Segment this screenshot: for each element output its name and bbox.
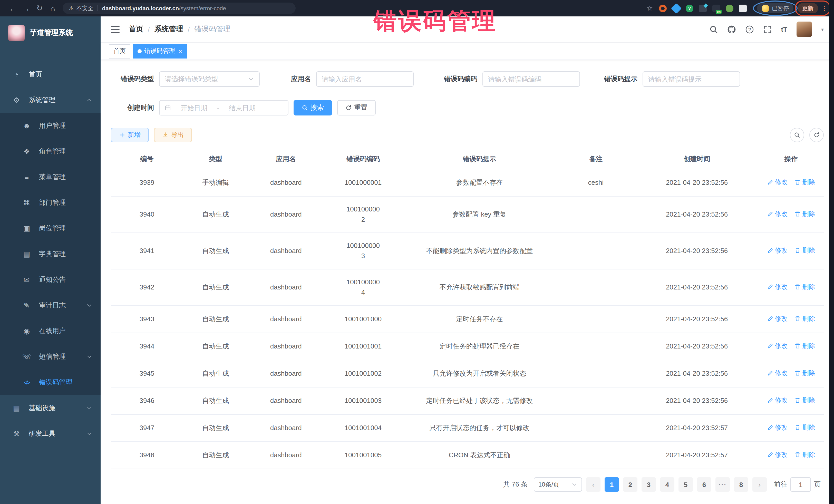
table-row: 3948 自动生成 dashboard 1001001005 CRON 表达式不…: [111, 442, 824, 469]
delete-link[interactable]: 删除: [794, 422, 815, 433]
fullscreen-icon[interactable]: [763, 25, 772, 34]
page-button[interactable]: 4: [660, 477, 674, 492]
page-size-select[interactable]: 10条/页: [534, 477, 582, 492]
user-avatar[interactable]: [796, 22, 812, 37]
profile-paused-chip[interactable]: 已暂停: [757, 3, 793, 13]
browser-menu-dots-icon[interactable]: ⋮: [821, 4, 828, 12]
reload-icon[interactable]: ↻: [33, 4, 46, 13]
delete-link[interactable]: 删除: [794, 313, 815, 324]
sidebar-item-error-code[interactable]: </> 错误码管理: [0, 370, 101, 395]
page-button[interactable]: 6: [697, 477, 711, 492]
error-code-input[interactable]: [483, 72, 579, 86]
dark-grid-extension-icon[interactable]: [699, 4, 707, 12]
sidebar-item-audit-log[interactable]: ✎ 审计日志: [0, 292, 101, 318]
end-date-input[interactable]: [220, 101, 264, 115]
sidebar-item-devtools[interactable]: ⚒ 研发工具: [0, 421, 101, 446]
delete-link[interactable]: 删除: [794, 177, 815, 187]
page-button[interactable]: 5: [679, 477, 693, 492]
page-button[interactable]: 3: [641, 477, 656, 492]
edit-icon: [767, 284, 773, 290]
github-icon[interactable]: [727, 25, 736, 34]
sidebar-item-user[interactable]: ☻ 用户管理: [0, 113, 101, 138]
error-type-select[interactable]: 请选择错误码类型: [159, 71, 260, 87]
edit-link[interactable]: 修改: [767, 395, 788, 406]
avatar-dropdown-caret-icon[interactable]: ▾: [821, 26, 824, 32]
address-bar[interactable]: ⚠ 不安全 dashboard.yudao.iocoder.cn/system/…: [63, 3, 295, 14]
green-key-extension-icon[interactable]: [726, 4, 733, 12]
search-button[interactable]: 搜索: [293, 100, 332, 115]
more-pages-icon[interactable]: ···: [716, 477, 730, 492]
home-icon[interactable]: ⌂: [46, 4, 60, 13]
cell-app: dashboard: [248, 269, 324, 306]
edit-link[interactable]: 修改: [767, 177, 788, 187]
table-row: 3947 自动生成 dashboard 1001001004 只有开启状态的任务…: [111, 414, 824, 442]
update-chip[interactable]: 更新: [797, 3, 818, 13]
blue-gem-extension-icon[interactable]: [671, 3, 682, 14]
edit-link[interactable]: 修改: [767, 422, 788, 433]
edit-link[interactable]: 修改: [767, 209, 788, 219]
font-size-icon[interactable]: tT: [781, 25, 787, 33]
edit-link[interactable]: 修改: [767, 368, 788, 378]
help-icon[interactable]: [745, 25, 754, 34]
sidebar-item-dict[interactable]: ▤ 字典管理: [0, 241, 101, 267]
ubuntu-ring-extension-icon[interactable]: [659, 4, 667, 12]
sidebar-item-notice[interactable]: ✉ 通知公告: [0, 267, 101, 292]
page-scrollbar[interactable]: [829, 0, 834, 504]
delete-link[interactable]: 删除: [794, 209, 815, 219]
breadcrumb-item[interactable]: 首页: [129, 25, 143, 34]
list-on-extension-icon[interactable]: on: [712, 4, 720, 12]
toggle-search-button[interactable]: [790, 128, 804, 142]
prev-page-button[interactable]: ‹: [586, 477, 600, 492]
delete-link[interactable]: 删除: [794, 450, 815, 460]
sidebar-item-role[interactable]: ❖ 角色管理: [0, 138, 101, 164]
green-v-extension-icon[interactable]: V: [686, 4, 694, 12]
delete-link[interactable]: 删除: [794, 395, 815, 406]
edit-link[interactable]: 修改: [767, 341, 788, 351]
edit-link[interactable]: 修改: [767, 245, 788, 256]
sidebar-item-system[interactable]: ⚙ 系统管理: [0, 87, 101, 113]
delete-link[interactable]: 删除: [794, 282, 815, 292]
cell-message: 参数配置 key 重复: [403, 196, 556, 233]
refresh-table-button[interactable]: [809, 128, 824, 142]
add-button[interactable]: 新增: [111, 128, 149, 142]
app-logo-row[interactable]: 芋道管理系统: [0, 17, 101, 49]
page-button[interactable]: 2: [623, 477, 637, 492]
search-icon[interactable]: [709, 25, 718, 34]
edit-link[interactable]: 修改: [767, 282, 788, 292]
forward-icon[interactable]: →: [20, 4, 33, 13]
back-icon[interactable]: ←: [6, 4, 20, 13]
bookmark-star-icon[interactable]: ☆: [646, 4, 653, 12]
sidebar-item-infra[interactable]: ▦ 基础设施: [0, 395, 101, 421]
sidebar-item-online-user[interactable]: ◉ 在线用户: [0, 318, 101, 344]
goto-page-input[interactable]: [790, 477, 811, 492]
date-range-picker[interactable]: -: [159, 100, 288, 115]
sidebar-item-dept[interactable]: ⌘ 部门管理: [0, 190, 101, 216]
sidebar-item-post[interactable]: ▣ 岗位管理: [0, 216, 101, 241]
screenshot-root: ← → ↻ ⌂ ⚠ 不安全 dashboard.yudao.iocoder.cn…: [0, 0, 834, 504]
error-hint-input[interactable]: [643, 72, 740, 86]
delete-link[interactable]: 删除: [794, 245, 815, 256]
chevron-icon: [86, 431, 92, 437]
next-page-button[interactable]: ›: [752, 477, 767, 492]
breadcrumb-item[interactable]: 系统管理: [154, 25, 183, 34]
delete-link[interactable]: 删除: [794, 341, 815, 351]
sidebar-item-menu[interactable]: ≡ 菜单管理: [0, 164, 101, 190]
edit-link[interactable]: 修改: [767, 313, 788, 324]
total-count: 共 76 条: [503, 480, 528, 489]
page-button[interactable]: 8: [734, 477, 748, 492]
app-name-input[interactable]: [317, 72, 413, 86]
export-button[interactable]: 导出: [154, 128, 192, 142]
edit-link[interactable]: 修改: [767, 450, 788, 460]
sidebar-item-home[interactable]: ◔ 首页: [0, 62, 101, 87]
puzzle-extension-icon[interactable]: [739, 4, 747, 12]
close-icon[interactable]: ×: [179, 48, 182, 54]
hamburger-icon[interactable]: [111, 26, 119, 32]
view-tab[interactable]: 首页: [109, 44, 130, 58]
sidebar-item-sms[interactable]: ☏ 短信管理: [0, 344, 101, 370]
delete-icon: [794, 452, 800, 458]
delete-link[interactable]: 删除: [794, 368, 815, 378]
reset-button[interactable]: 重置: [337, 100, 376, 115]
page-button[interactable]: 1: [605, 477, 619, 492]
start-date-input[interactable]: [172, 101, 216, 115]
view-tab[interactable]: 错误码管理 ×: [133, 44, 187, 58]
